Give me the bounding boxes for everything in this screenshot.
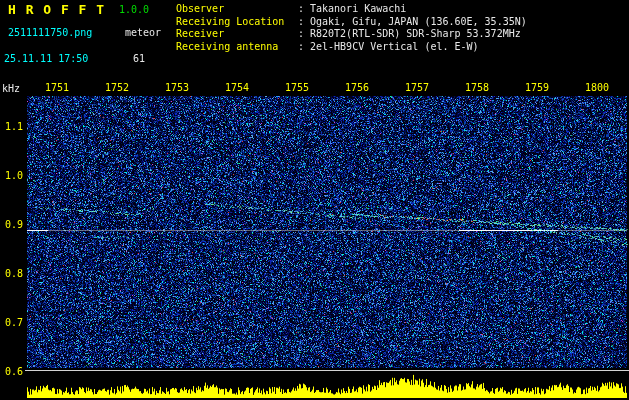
time-tick: 1755: [284, 83, 310, 93]
station-info: Observer : Takanori Kawachi Receiving Lo…: [176, 3, 527, 54]
freq-tick: 1.0: [0, 171, 23, 181]
info-label: Receiving antenna: [176, 41, 298, 54]
info-separator: :: [298, 16, 310, 29]
hrofft-window: H R O F F T 1.0.0 2511111750.png meteor …: [0, 0, 629, 400]
info-separator: :: [298, 41, 310, 54]
freq-tick: 1.1: [0, 122, 23, 132]
time-tick: 1752: [104, 83, 130, 93]
info-value: Ogaki, Gifu, JAPAN (136.60E, 35.35N): [310, 16, 527, 29]
time-tick: 1751: [44, 83, 70, 93]
output-filename: 2511111750.png: [8, 28, 92, 38]
time-tick: 1753: [164, 83, 190, 93]
time-tick: 1757: [404, 83, 430, 93]
observation-datetime: 25.11.11 17:50: [4, 54, 88, 64]
time-tick: 1758: [464, 83, 490, 93]
info-row-observer: Observer : Takanori Kawachi: [176, 3, 527, 16]
freq-tick: 0.6: [0, 367, 23, 377]
freq-tick: 0.7: [0, 318, 23, 328]
time-tick: 1800: [584, 83, 610, 93]
info-value: R820T2(RTL-SDR) SDR-Sharp 53.372MHz: [310, 28, 521, 41]
info-label: Observer: [176, 3, 298, 16]
frequency-unit-label: kHz: [2, 84, 20, 94]
app-title: H R O F F T: [8, 3, 105, 16]
freq-tick: 0.8: [0, 269, 23, 279]
info-label: Receiving Location: [176, 16, 298, 29]
spectrogram-canvas: [0, 0, 629, 400]
info-value: 2el-HB9CV Vertical (el. E-W): [310, 41, 479, 54]
info-label: Receiver: [176, 28, 298, 41]
echo-count: 61: [133, 54, 145, 64]
freq-tick: 0.9: [0, 220, 23, 230]
info-row-receiver: Receiver : R820T2(RTL-SDR) SDR-Sharp 53.…: [176, 28, 527, 41]
app-version: 1.0.0: [119, 5, 149, 15]
info-separator: :: [298, 28, 310, 41]
info-row-antenna: Receiving antenna : 2el-HB9CV Vertical (…: [176, 41, 527, 54]
info-separator: :: [298, 3, 310, 16]
mode-label: meteor: [125, 28, 161, 38]
time-tick: 1759: [524, 83, 550, 93]
info-row-location: Receiving Location : Ogaki, Gifu, JAPAN …: [176, 16, 527, 29]
time-tick: 1754: [224, 83, 250, 93]
info-value: Takanori Kawachi: [310, 3, 406, 16]
time-tick: 1756: [344, 83, 370, 93]
